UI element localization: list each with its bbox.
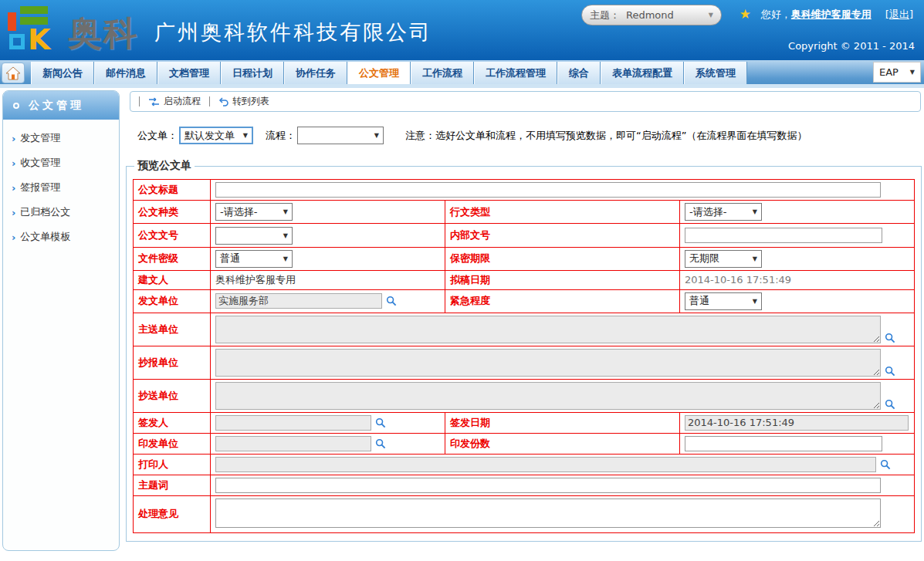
doc-form-select[interactable]: 默认发文单 ▼ — [179, 127, 253, 144]
search-icon[interactable] — [885, 399, 895, 410]
table-row: 签发人 签发日期 — [134, 412, 915, 433]
field-label-printer: 打印人 — [134, 454, 211, 475]
logout-link[interactable]: [退出] — [885, 8, 913, 22]
sidebar-item-sign-report[interactable]: › 签报管理 — [3, 175, 119, 200]
search-icon[interactable] — [885, 366, 895, 377]
printer-input[interactable] — [215, 457, 876, 472]
urgency-value: 普通 — [689, 294, 709, 308]
field-label-draft-date: 拟稿日期 — [445, 270, 680, 289]
home-button[interactable] — [2, 63, 25, 83]
creator-value: 奥科维护客服专用 — [215, 274, 296, 286]
field-label-secrecy-period: 保密期限 — [445, 247, 680, 270]
chevron-down-icon: ▼ — [283, 255, 288, 262]
sidebar: 公文管理 › 发文管理 › 收文管理 › 签报管理 › 已归档公文 › 公文单模… — [2, 90, 120, 551]
circle-icon — [13, 103, 19, 109]
field-label-creator: 建文人 — [134, 270, 211, 289]
table-row: 建文人 奥科维护客服专用 拟稿日期 2014-10-16 17:51:49 — [134, 270, 915, 289]
main-send-unit-textarea[interactable] — [215, 316, 881, 343]
eap-select[interactable]: EAP ▼ — [873, 62, 921, 83]
nav-tab-mail[interactable]: 邮件消息 — [94, 62, 157, 84]
urgency-select[interactable]: 普通 ▼ — [685, 292, 762, 310]
preview-fieldset: 预览公文单 公文标题 公文种类 -请选择- ▼ 行文类型 — [126, 159, 922, 542]
flow-select[interactable]: ▼ — [297, 127, 384, 144]
field-label-doc-number: 公文文号 — [134, 224, 211, 248]
sidebar-item-doc-templates[interactable]: › 公文单模板 — [3, 225, 119, 249]
sidebar-item-label: 收文管理 — [20, 156, 60, 170]
field-label-print-unit: 印发单位 — [134, 433, 211, 454]
toolbar-divider — [139, 96, 140, 106]
nav-tab-workflow[interactable]: 工作流程 — [411, 62, 474, 84]
nav-tab-form-flow-config[interactable]: 表单流程配置 — [601, 62, 684, 84]
sidebar-header: 公文管理 — [3, 91, 119, 120]
favorite-star-icon[interactable]: ★ — [740, 6, 751, 22]
search-icon[interactable] — [375, 417, 386, 428]
nav-tab-system-mgmt[interactable]: 系统管理 — [684, 62, 747, 84]
nav-tab-tasks[interactable]: 协作任务 — [284, 62, 347, 84]
search-icon[interactable] — [880, 459, 891, 470]
field-label-print-copies: 印发份数 — [445, 433, 680, 454]
chevron-down-icon: ▼ — [283, 208, 288, 215]
table-row: 公文标题 — [134, 180, 915, 201]
signer-input[interactable] — [215, 415, 371, 431]
sidebar-item-incoming-docs[interactable]: › 收文管理 — [3, 150, 119, 175]
field-label-keywords: 主题词 — [134, 475, 211, 495]
nav-tabs: 新闻公告 邮件消息 文档管理 日程计划 协作任务 公文管理 工作流程 工作流程管… — [31, 62, 747, 84]
search-icon[interactable] — [375, 438, 386, 449]
theme-select[interactable]: 主题： Redmond ▼ — [581, 5, 722, 25]
action-toolbar: 启动流程 转到列表 — [130, 91, 921, 112]
field-label-secrecy-level: 文件密级 — [134, 247, 211, 270]
chevron-right-icon: › — [12, 207, 15, 218]
start-flow-button[interactable]: 启动流程 — [148, 95, 201, 108]
nav-tab-docs[interactable]: 文档管理 — [157, 62, 221, 84]
nav-tab-official-docs[interactable]: 公文管理 — [347, 62, 411, 84]
chevron-down-icon: ▼ — [753, 298, 757, 305]
secrecy-level-select[interactable]: 普通 ▼ — [215, 250, 293, 268]
nav-tab-schedule[interactable]: 日程计划 — [221, 62, 284, 84]
keywords-input[interactable] — [215, 478, 881, 493]
nav-tab-workflow-mgmt[interactable]: 工作流程管理 — [474, 62, 557, 84]
internal-number-input[interactable] — [685, 228, 882, 243]
doc-title-input[interactable] — [215, 182, 881, 198]
chevron-down-icon: ▼ — [243, 132, 248, 139]
toolbar-divider — [209, 96, 210, 106]
doc-kind-select[interactable]: -请选择- ▼ — [215, 203, 293, 221]
field-label-internal-number: 内部文号 — [445, 224, 680, 248]
chevron-down-icon: ▼ — [753, 208, 757, 215]
doc-kind-value: -请选择- — [220, 205, 257, 219]
search-icon[interactable] — [386, 296, 397, 306]
chevron-down-icon: ▼ — [753, 255, 757, 262]
field-label-sign-date: 签发日期 — [445, 412, 680, 433]
sidebar-menu: › 发文管理 › 收文管理 › 签报管理 › 已归档公文 › 公文单模板 — [3, 120, 119, 249]
nav-tab-news[interactable]: 新闻公告 — [31, 62, 94, 84]
print-copies-input[interactable] — [685, 436, 882, 451]
sidebar-item-label: 发文管理 — [20, 131, 60, 145]
sidebar-item-archived-docs[interactable]: › 已归档公文 — [3, 200, 119, 225]
handling-opinion-textarea[interactable] — [215, 498, 881, 528]
chevron-right-icon: › — [12, 133, 15, 144]
nav-tab-general[interactable]: 综合 — [557, 62, 601, 84]
preview-legend: 预览公文单 — [134, 159, 195, 173]
sidebar-item-label: 公文单模板 — [20, 230, 70, 244]
print-unit-input[interactable] — [215, 436, 371, 451]
copyright-text: Copyright © 2011 - 2014 — [788, 40, 915, 52]
nav-bottom-strip — [0, 84, 924, 88]
issuing-unit-input[interactable] — [215, 293, 382, 309]
writing-type-select[interactable]: -请选择- ▼ — [685, 203, 762, 221]
search-icon[interactable] — [885, 333, 895, 343]
doc-number-select[interactable]: ▼ — [215, 227, 293, 245]
sidebar-item-outgoing-docs[interactable]: › 发文管理 — [3, 126, 119, 150]
flow-label: 流程： — [266, 129, 296, 143]
table-row: 文件密级 普通 ▼ 保密期限 无期限 ▼ — [134, 247, 915, 270]
current-user-link[interactable]: 奥科维护客服专用 — [791, 8, 872, 22]
chevron-right-icon: › — [12, 157, 15, 169]
copy-report-unit-textarea[interactable] — [215, 349, 881, 377]
go-to-list-button[interactable]: 转到列表 — [218, 95, 269, 108]
field-label-signer: 签发人 — [134, 412, 211, 433]
table-row: 打印人 — [134, 454, 915, 475]
field-label-main-send-unit: 主送单位 — [134, 313, 211, 346]
back-arrow-icon — [218, 97, 228, 106]
table-row: 处理意见 — [134, 495, 915, 532]
copy-send-unit-textarea[interactable] — [215, 382, 881, 410]
secrecy-period-select[interactable]: 无期限 ▼ — [685, 250, 762, 268]
sign-date-input[interactable] — [685, 415, 909, 431]
